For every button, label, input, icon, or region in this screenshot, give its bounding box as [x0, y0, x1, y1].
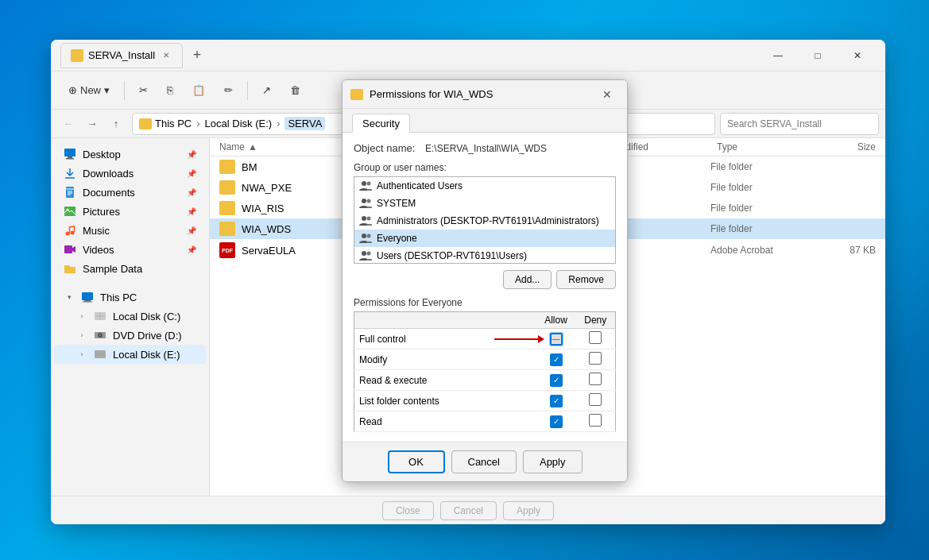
- tab-label: SERVA_Install: [88, 49, 155, 61]
- sidebar-item-pictures[interactable]: Pictures 📌: [54, 202, 206, 221]
- sidebar-item-videos[interactable]: Videos 📌: [54, 240, 206, 259]
- read-deny-checkbox[interactable]: [589, 414, 602, 427]
- list-folder-deny-checkbox[interactable]: [589, 393, 602, 406]
- modify-allow-checkbox[interactable]: [550, 353, 563, 366]
- group-section-label: Group or user names:: [354, 162, 616, 173]
- local-c-label: Local Disk (C:): [113, 311, 180, 322]
- explorer-tab[interactable]: SERVA_Install ✕: [60, 43, 183, 68]
- copy-icon: ⎘: [167, 84, 173, 96]
- read-execute-deny-checkbox[interactable]: [589, 373, 602, 385]
- add-btn[interactable]: Add...: [503, 270, 552, 289]
- dialog-body: Object name: E:\SERVA_Install\WIA_WDS Gr…: [343, 133, 627, 442]
- pictures-icon: [64, 205, 76, 218]
- perm-row-list-folder: List folder contents: [354, 391, 616, 411]
- file-type: File folder: [710, 161, 806, 172]
- full-control-deny-checkbox[interactable]: [589, 331, 602, 344]
- file-type: File folder: [710, 223, 806, 234]
- object-name-value: E:\SERVA_Install\WIA_WDS: [425, 143, 547, 154]
- perm-row-read-execute: Read & execute: [354, 370, 616, 391]
- back-btn[interactable]: ←: [57, 113, 79, 135]
- svg-point-19: [367, 182, 371, 186]
- sidebar-videos-label: Videos: [83, 244, 114, 256]
- group-item-system[interactable]: SYSTEM: [354, 195, 615, 212]
- svg-rect-10: [82, 292, 93, 300]
- search-input[interactable]: [720, 113, 879, 135]
- behind-cancel-btn[interactable]: Cancel: [440, 501, 497, 520]
- group-item-users[interactable]: Users (DESKTOP-RVT6191\Users): [354, 247, 615, 264]
- paste-icon: 📋: [192, 84, 205, 96]
- dialog-footer: OK Cancel Apply: [343, 442, 627, 481]
- read-allow-checkbox[interactable]: [550, 415, 563, 428]
- perm-allow-list-folder[interactable]: [536, 391, 576, 411]
- close-btn[interactable]: ✕: [839, 43, 876, 68]
- toolbar-sep-1: [124, 81, 125, 100]
- security-tab[interactable]: Security: [352, 114, 410, 133]
- tab-close-btn[interactable]: ✕: [160, 49, 172, 62]
- perm-deny-full-control[interactable]: [576, 329, 616, 350]
- perm-name-read-execute: Read & execute: [354, 370, 536, 391]
- file-type: Adobe Acrobat: [710, 245, 806, 256]
- pin-icon-videos: 📌: [187, 245, 196, 254]
- perm-allow-read-execute[interactable]: [536, 370, 576, 391]
- perm-allow-read[interactable]: [536, 411, 576, 432]
- up-btn[interactable]: ↑: [105, 113, 127, 135]
- modify-deny-checkbox[interactable]: [589, 352, 602, 365]
- perm-deny-read-execute[interactable]: [576, 370, 616, 391]
- sidebar-item-desktop[interactable]: Desktop 📌: [54, 145, 206, 164]
- deny-col-header: Deny: [576, 312, 616, 329]
- title-bar-controls: — □ ✕: [760, 43, 876, 68]
- users-icon-authenticated: [359, 180, 372, 192]
- perm-deny-modify[interactable]: [576, 350, 616, 370]
- minimize-btn[interactable]: —: [760, 43, 796, 68]
- type-column-header[interactable]: Type: [717, 141, 812, 153]
- maximize-btn[interactable]: □: [799, 43, 836, 68]
- sidebar-item-documents[interactable]: Documents 📌: [54, 183, 206, 202]
- size-column-header[interactable]: Size: [812, 141, 876, 153]
- paste-button[interactable]: 📋: [184, 80, 213, 100]
- list-folder-allow-checkbox[interactable]: [550, 395, 563, 407]
- behind-apply-btn[interactable]: Apply: [503, 501, 554, 520]
- svg-point-16: [99, 334, 101, 336]
- read-execute-allow-checkbox[interactable]: [550, 374, 563, 387]
- perm-deny-read[interactable]: [576, 411, 616, 432]
- group-item-authenticated[interactable]: Authenticated Users: [354, 177, 615, 195]
- dialog-close-btn[interactable]: ✕: [595, 83, 619, 106]
- users-icon-admins: [359, 214, 372, 227]
- cut-button[interactable]: ✂: [131, 80, 156, 100]
- delete-button[interactable]: 🗑: [282, 80, 308, 100]
- forward-btn[interactable]: →: [81, 113, 103, 135]
- sidebar-item-sample-data[interactable]: Sample Data: [54, 259, 206, 278]
- perm-deny-list-folder[interactable]: [576, 391, 616, 411]
- pin-icon-pictures: 📌: [187, 207, 196, 216]
- full-control-allow-checkbox[interactable]: [550, 333, 563, 346]
- ok-btn[interactable]: OK: [388, 450, 445, 473]
- group-item-everyone[interactable]: Everyone: [354, 230, 615, 247]
- perm-allow-full-control[interactable]: [536, 329, 576, 350]
- cancel-btn[interactable]: Cancel: [451, 450, 517, 473]
- perm-allow-modify[interactable]: [536, 350, 576, 370]
- remove-btn[interactable]: Remove: [556, 270, 616, 289]
- group-name-users: Users (DESKTOP-RVT6191\Users): [377, 250, 527, 261]
- new-tab-btn[interactable]: +: [186, 44, 208, 67]
- this-pc-expand: ▾: [64, 292, 75, 303]
- rename-button[interactable]: ✏: [216, 80, 241, 100]
- group-item-administrators[interactable]: Administrators (DESKTOP-RVT6191\Administ…: [354, 212, 615, 230]
- sidebar-item-dvd-d[interactable]: › DVD Drive (D:): [54, 326, 206, 345]
- share-button[interactable]: ↗: [254, 80, 279, 100]
- sidebar-item-this-pc[interactable]: ▾ This PC: [54, 288, 206, 307]
- sidebar-item-local-e[interactable]: › Local Disk (E:): [54, 345, 206, 364]
- sidebar-item-downloads[interactable]: Downloads 📌: [54, 164, 206, 183]
- sidebar-music-label: Music: [83, 225, 110, 237]
- svg-rect-2: [66, 158, 74, 160]
- svg-point-21: [367, 199, 371, 203]
- group-name-authenticated: Authenticated Users: [377, 180, 463, 191]
- desktop-icon: [64, 148, 76, 160]
- new-button[interactable]: ⊕ New ▾: [60, 80, 118, 100]
- copy-button[interactable]: ⎘: [159, 80, 181, 100]
- file-type: File folder: [710, 203, 806, 214]
- sidebar-item-local-c[interactable]: › Local Disk (C:): [54, 307, 206, 326]
- sidebar-item-music[interactable]: Music 📌: [54, 221, 206, 240]
- object-name-label: Object name:: [354, 142, 425, 154]
- behind-close-btn[interactable]: Close: [382, 501, 434, 520]
- apply-btn[interactable]: Apply: [523, 450, 583, 473]
